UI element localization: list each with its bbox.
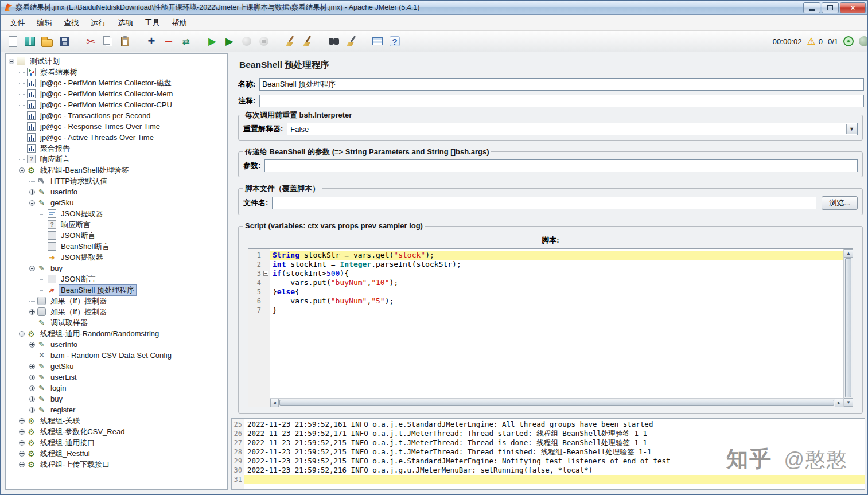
tree-item[interactable]: 如果（If）控制器 bbox=[6, 295, 227, 306]
menu-file[interactable]: 文件 bbox=[4, 15, 31, 30]
tree-item[interactable]: 调试取样器 bbox=[6, 317, 227, 328]
tree-item[interactable]: 响应断言 bbox=[6, 154, 227, 165]
search-button[interactable] bbox=[325, 33, 342, 50]
tree-item[interactable]: userInfo bbox=[6, 186, 227, 197]
tree-item[interactable]: register bbox=[6, 404, 227, 415]
tree-item[interactable]: userInfo bbox=[6, 339, 227, 350]
tree-toggle-collapsed-icon[interactable] bbox=[18, 439, 25, 446]
tree-item[interactable]: JSON提取器 bbox=[6, 208, 227, 219]
tree-item[interactable]: BeanShell断言 bbox=[6, 241, 227, 252]
tree-toggle-expanded-icon[interactable] bbox=[29, 265, 36, 272]
start-no-pauses-button[interactable]: ▶ bbox=[221, 33, 238, 50]
clear-all-button[interactable] bbox=[299, 33, 316, 50]
tree-item[interactable]: JSON断言 bbox=[6, 230, 227, 241]
tree-toggle-expanded-icon[interactable] bbox=[29, 200, 36, 206]
reset-interpreter-select[interactable]: False ▼ bbox=[287, 123, 858, 135]
tree-toggle-collapsed-icon[interactable] bbox=[18, 418, 25, 424]
tree-toggle-collapsed-icon[interactable] bbox=[18, 428, 25, 435]
log-splitter[interactable] bbox=[231, 414, 865, 418]
file-name-field[interactable] bbox=[272, 197, 816, 209]
menu-help[interactable]: 帮助 bbox=[166, 15, 193, 30]
search-reset-button[interactable] bbox=[342, 33, 360, 50]
tree-toggle-collapsed-icon[interactable] bbox=[29, 396, 36, 403]
code-line[interactable]: int stockInt = Integer.parseInt(stockStr… bbox=[270, 260, 843, 269]
tree-item[interactable]: 线程组-BeanShell处理验签 bbox=[6, 165, 227, 176]
maximize-button[interactable] bbox=[822, 2, 839, 13]
scroll-up-icon[interactable]: ▲ bbox=[844, 249, 853, 258]
menu-tools[interactable]: 工具 bbox=[139, 15, 166, 30]
browse-button[interactable]: 浏览... bbox=[822, 196, 858, 210]
code-line[interactable]: vars.put("buyNum","5"); bbox=[270, 297, 843, 306]
tree-toggle-expanded-icon[interactable] bbox=[8, 58, 15, 65]
warning-icon[interactable]: ⚠ bbox=[807, 36, 815, 48]
cut-button[interactable]: ✂ bbox=[82, 33, 99, 50]
tree-item[interactable]: jp@gc - PerfMon Metrics Collector-Mem bbox=[6, 88, 227, 99]
test-plan-tree[interactable]: 测试计划察看结果树jp@gc - PerfMon Metrics Collect… bbox=[5, 53, 228, 490]
tree-item[interactable]: jp@gc - Active Threads Over Time bbox=[6, 132, 227, 143]
vertical-scrollbar[interactable]: ▲ ▼ bbox=[843, 249, 853, 407]
tree-item[interactable]: jp@gc - PerfMon Metrics Collector-CPU bbox=[6, 99, 227, 110]
tree-item[interactable]: jp@gc - Response Times Over Time bbox=[6, 121, 227, 132]
tree-item[interactable]: BeanShell 预处理程序 bbox=[6, 284, 227, 295]
close-button[interactable]: × bbox=[840, 2, 866, 13]
fold-collapse-icon[interactable]: − bbox=[263, 271, 268, 276]
help-button[interactable]: ? bbox=[386, 33, 403, 50]
tree-item[interactable]: 察看结果树 bbox=[6, 67, 227, 77]
code-lines[interactable]: String stockStr = vars.get("stock");int … bbox=[270, 249, 843, 398]
tree-toggle-collapsed-icon[interactable] bbox=[29, 189, 36, 196]
menu-search[interactable]: 查找 bbox=[58, 15, 85, 30]
tree-toggle-expanded-icon[interactable] bbox=[18, 167, 25, 174]
vertical-scroll-thumb[interactable] bbox=[845, 258, 851, 397]
tree-item[interactable]: buy bbox=[6, 263, 227, 274]
remove-button[interactable]: − bbox=[160, 33, 177, 50]
tree-toggle-collapsed-icon[interactable] bbox=[18, 461, 25, 468]
new-file-button[interactable] bbox=[4, 33, 21, 50]
tree-item[interactable]: 线程组-上传下载接口 bbox=[6, 459, 227, 470]
tree-item[interactable]: bzm - Random CSV Data Set Config bbox=[6, 350, 227, 361]
tree-item[interactable]: 线程组-通用接口 bbox=[6, 437, 227, 448]
horizontal-scroll-thumb[interactable] bbox=[279, 400, 834, 406]
code-line[interactable]: } bbox=[270, 306, 843, 315]
tree-item[interactable]: 线程组_Restful bbox=[6, 448, 227, 459]
tree-item[interactable]: jp@gc - Transactions per Second bbox=[6, 110, 227, 121]
scroll-right-icon[interactable]: ► bbox=[835, 399, 843, 407]
tree-item[interactable]: 响应断言 bbox=[6, 219, 227, 230]
tree-item[interactable]: login bbox=[6, 383, 227, 393]
tree-item[interactable]: 测试计划 bbox=[6, 56, 227, 67]
chevron-down-icon[interactable]: ▼ bbox=[846, 124, 857, 134]
code-line[interactable]: }else{ bbox=[270, 287, 843, 297]
tree-toggle-collapsed-icon[interactable] bbox=[29, 374, 36, 381]
scroll-down-icon[interactable]: ▼ bbox=[844, 398, 853, 407]
code-line[interactable]: String stockStr = vars.get("stock"); bbox=[270, 251, 843, 260]
comment-field[interactable] bbox=[259, 95, 864, 107]
horizontal-scrollbar[interactable]: ◄ ► bbox=[270, 398, 843, 407]
copy-button[interactable] bbox=[99, 33, 116, 50]
minimize-button[interactable] bbox=[803, 2, 820, 13]
scroll-left-icon[interactable]: ◄ bbox=[270, 399, 279, 407]
start-button[interactable]: ▶ bbox=[204, 33, 221, 50]
swap-button[interactable]: ⇄ bbox=[177, 33, 194, 50]
tree-toggle-expanded-icon[interactable] bbox=[18, 330, 25, 337]
parameters-field[interactable] bbox=[264, 159, 858, 172]
function-helper-button[interactable] bbox=[369, 33, 386, 50]
tree-item[interactable]: 聚合报告 bbox=[6, 143, 227, 154]
tree-item[interactable]: getSku bbox=[6, 361, 227, 372]
tree-item[interactable]: buy bbox=[6, 393, 227, 404]
menu-run[interactable]: 运行 bbox=[85, 15, 112, 30]
tree-item[interactable]: getSku bbox=[6, 197, 227, 208]
script-editor[interactable]: 123−4567 String stockStr = vars.get("sto… bbox=[248, 248, 853, 407]
tree-toggle-collapsed-icon[interactable] bbox=[29, 309, 36, 315]
tree-item[interactable]: JSON断言 bbox=[6, 274, 227, 284]
open-file-button[interactable] bbox=[38, 33, 56, 50]
tree-item[interactable]: userList bbox=[6, 372, 227, 383]
tree-item[interactable]: 线程组-关联 bbox=[6, 415, 227, 426]
code-line[interactable]: if(stockInt>500){ bbox=[270, 269, 843, 278]
tree-item[interactable]: 线程组-参数化CSV_Read bbox=[6, 426, 227, 437]
tree-toggle-collapsed-icon[interactable] bbox=[29, 341, 36, 348]
tree-item[interactable]: JSON提取器 bbox=[6, 252, 227, 263]
clear-button[interactable] bbox=[282, 33, 299, 50]
tree-item[interactable]: HTTP请求默认值 bbox=[6, 176, 227, 186]
code-area[interactable]: String stockStr = vars.get("stock");int … bbox=[270, 249, 843, 407]
tree-item[interactable]: jp@gc - PerfMon Metrics Collector-磁盘 bbox=[6, 77, 227, 88]
open-templates-button[interactable] bbox=[21, 33, 38, 50]
